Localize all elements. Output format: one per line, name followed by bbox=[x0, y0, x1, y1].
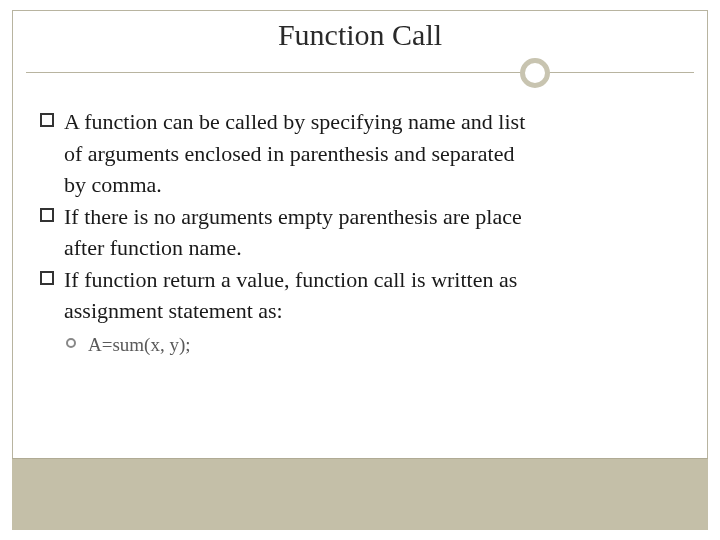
content-area: A function can be called by specifying n… bbox=[40, 108, 680, 356]
bullet-text: A function can be called by specifying n… bbox=[64, 109, 525, 134]
slide: Function Call A function can be called b… bbox=[0, 0, 720, 540]
footer-band bbox=[12, 458, 708, 530]
bullet-text-cont: of arguments enclosed in parenthesis and… bbox=[40, 140, 680, 168]
square-bullet-icon bbox=[40, 271, 54, 285]
title-area: Function Call bbox=[0, 18, 720, 52]
square-bullet-icon bbox=[40, 208, 54, 222]
bullet-item: If function return a value, function cal… bbox=[40, 266, 680, 294]
bullet-item: A function can be called by specifying n… bbox=[40, 108, 680, 136]
bullet-text: If function return a value, function cal… bbox=[64, 267, 517, 292]
bullet-text-cont: assignment statement as: bbox=[40, 297, 680, 325]
sub-bullet-item: A=sum(x, y); bbox=[40, 333, 680, 357]
bullet-text-cont: after function name. bbox=[40, 234, 680, 262]
bullet-text-cont: by comma. bbox=[40, 171, 680, 199]
slide-title: Function Call bbox=[0, 18, 720, 52]
circle-bullet-icon bbox=[66, 338, 76, 348]
sub-bullet-text: A=sum(x, y); bbox=[88, 334, 191, 355]
bullet-item: If there is no arguments empty parenthes… bbox=[40, 203, 680, 231]
bullet-text: If there is no arguments empty parenthes… bbox=[64, 204, 522, 229]
square-bullet-icon bbox=[40, 113, 54, 127]
divider-line bbox=[26, 72, 694, 73]
circle-ornament-icon bbox=[520, 58, 550, 88]
